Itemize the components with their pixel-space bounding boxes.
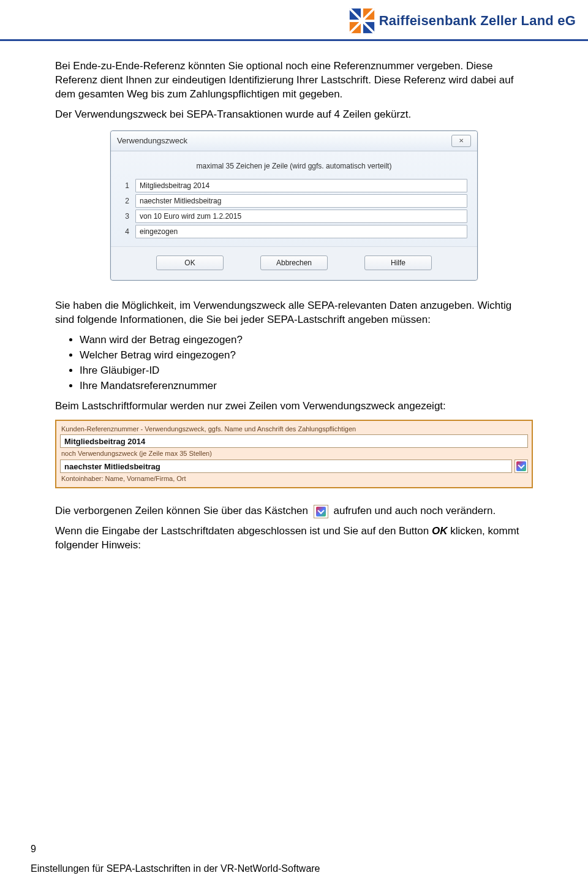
row-number: 1 (121, 181, 129, 191)
row-number: 2 (121, 196, 129, 206)
verwendungszweck-dialog: Verwendungszweck ✕ maximal 35 Zeichen je… (110, 131, 478, 281)
text-fragment: aufrufen und auch noch verändern. (333, 505, 496, 516)
expand-icon (516, 461, 526, 471)
text-fragment: Wenn die Eingabe der Lastschriftdaten ab… (55, 525, 432, 537)
form-label-referenz: Kunden-Referenznummer - Verwendungszweck… (60, 423, 528, 435)
text-fragment: Die verborgenen Zeilen können Sie über d… (55, 505, 308, 516)
verwendungszweck-line-4[interactable] (135, 225, 467, 238)
paragraph-mid-2: Beim Lastschriftformular werden nur zwei… (55, 399, 533, 414)
ok-emphasis: OK (432, 525, 448, 537)
requirements-list: Wann wird der Betrag eingezogen? Welcher… (80, 333, 533, 393)
bank-logo-icon (349, 7, 375, 34)
expand-icon (316, 507, 326, 516)
help-button[interactable]: Hilfe (364, 255, 432, 270)
paragraph-tail-1: Die verborgenen Zeilen können Sie über d… (55, 504, 533, 518)
verwendungszweck-line-2[interactable] (135, 194, 467, 208)
paragraph-intro-2: Der Verwendungszweck bei SEPA-Transaktio… (55, 108, 533, 122)
bank-name: Raiffeisenbank Zeller Land eG (379, 12, 576, 30)
form-label-kontoinhaber: Kontoinhaber: Name, Vorname/Firma, Ort (60, 473, 528, 485)
footer-caption: Einstellungen für SEPA-Lastschriften in … (31, 862, 320, 876)
dialog-close-button[interactable]: ✕ (451, 135, 471, 147)
bank-logo: Raiffeisenbank Zeller Land eG (349, 7, 576, 34)
row-number: 4 (121, 227, 129, 236)
ok-button[interactable]: OK (156, 255, 224, 270)
dialog-hint: maximal 35 Zeichen je Zeile (wird ggfs. … (121, 157, 467, 177)
paragraph-intro-1: Bei Ende-zu-Ende-Referenz könnten Sie op… (55, 59, 533, 102)
verwendungszweck-line-3[interactable] (135, 210, 467, 223)
list-item: Ihre Mandatsreferenznummer (80, 379, 533, 393)
lastschrift-form-excerpt: Kunden-Referenznummer - Verwendungszweck… (55, 420, 533, 489)
dialog-titlebar: Verwendungszweck ✕ (111, 131, 477, 151)
header-divider (0, 39, 588, 41)
expand-lines-button[interactable] (514, 460, 528, 473)
form-label-noch: noch Verwendungszweck (je Zeile max 35 S… (60, 448, 528, 460)
list-item: Welcher Betrag wird eingezogen? (80, 349, 533, 363)
verwendungszweck-extra-input[interactable] (60, 460, 512, 473)
page-number: 9 (31, 842, 36, 856)
close-icon: ✕ (459, 137, 464, 145)
list-item: Wann wird der Betrag eingezogen? (80, 333, 533, 347)
paragraph-tail-2: Wenn die Eingabe der Lastschriftdaten ab… (55, 524, 533, 553)
paragraph-mid-1: Sie haben die Möglichkeit, im Verwendung… (55, 299, 533, 327)
verwendungszweck-main-input[interactable] (60, 434, 528, 448)
page-header: Raiffeisenbank Zeller Land eG (0, 0, 588, 37)
row-number: 3 (121, 211, 129, 221)
verwendungszweck-line-1[interactable] (135, 179, 467, 192)
expand-lines-button-inline[interactable] (314, 505, 328, 518)
dialog-title-text: Verwendungszweck (117, 135, 187, 146)
cancel-button[interactable]: Abbrechen (260, 255, 328, 270)
list-item: Ihre Gläubiger-ID (80, 364, 533, 378)
